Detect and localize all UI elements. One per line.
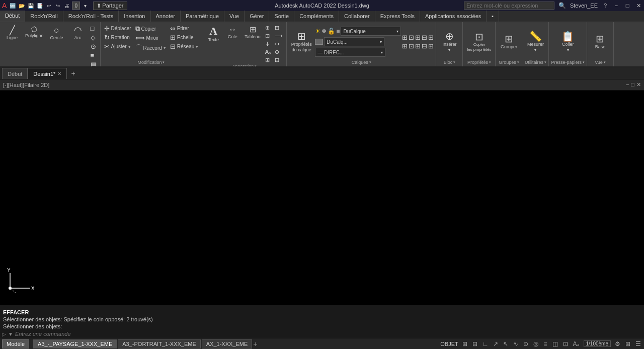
app-icon[interactable]: A (2, 2, 7, 10)
calque-icon10[interactable]: ⊞ (428, 42, 434, 50)
linetype-dropdown[interactable]: — DIREC... ▾ (315, 48, 385, 57)
saveas-btn[interactable]: 📑 (36, 2, 44, 10)
calque-icon1[interactable]: ⊞ (402, 34, 408, 41)
calque-icon9[interactable]: ⊟ (422, 42, 427, 50)
vp-minimize-btn[interactable]: − (626, 81, 629, 88)
doc-tab-debut[interactable]: Début (2, 68, 28, 79)
ortho-icon[interactable]: ∟ (481, 340, 490, 347)
hatch-button[interactable]: ≡ (89, 51, 98, 60)
dynamic-icon[interactable]: ◎ (532, 340, 539, 347)
util-group-label[interactable]: Utilitaires▾ (524, 59, 546, 66)
tab-gerer[interactable]: Gérer (245, 11, 269, 22)
centmark-button[interactable]: ⊕ (273, 48, 284, 56)
texte-button[interactable]: A Texte (204, 24, 222, 44)
tableau-button[interactable]: ⊞ Tableau (243, 24, 263, 41)
layer-color-icon[interactable]: ■ (336, 28, 340, 35)
tolerances-button[interactable]: ⊡ (264, 32, 272, 40)
annotscale-icon[interactable]: Aₐ (572, 340, 581, 347)
tab-complements[interactable]: Compléments (294, 11, 339, 22)
add-layout-btn[interactable]: + (253, 340, 257, 348)
copier-prop-button[interactable]: ⊡ Copierles propriétés (465, 30, 493, 53)
lineweight-icon[interactable]: ≡ (542, 340, 548, 347)
losange-button[interactable]: ◇ (89, 33, 98, 42)
calque-icon5[interactable]: ⊞ (428, 34, 434, 41)
layout-tab-2[interactable]: A3_-PORTRAIT_1-XXX_EME (118, 339, 201, 348)
arc-button[interactable]: ◠ Arc (68, 24, 88, 42)
new-btn[interactable]: 🆕 (9, 2, 17, 10)
tab-sortie[interactable]: Sortie (269, 11, 294, 22)
tab-vue[interactable]: Vue (224, 11, 245, 22)
doc-tab-new[interactable]: + (67, 68, 79, 79)
calque-icon8[interactable]: ⊞ (415, 42, 421, 50)
mark-button[interactable]: ↦ (273, 40, 284, 48)
vp-close-btn[interactable]: ✕ (636, 81, 641, 88)
search-icon[interactable]: 🔍 (558, 2, 566, 9)
echelle-button[interactable]: ⊞ Echelle (169, 33, 200, 42)
calque-icon7[interactable]: ⊡ (409, 42, 414, 50)
calque-group-label[interactable]: Calques▾ (289, 59, 434, 66)
fullscreen-icon[interactable]: ⊞ (624, 340, 631, 347)
canvas-area[interactable]: Y X × (0, 91, 644, 305)
tab-collaborer[interactable]: Collaborer (339, 11, 375, 22)
model-tab[interactable]: Modèle (2, 339, 29, 348)
doc-tab-dessin1[interactable]: Dessin1* ✕ (28, 68, 67, 79)
ajuster-button[interactable]: ✂ Ajuster ▾ (103, 42, 133, 51)
tab-debut[interactable]: Début (0, 11, 25, 22)
polar-icon[interactable]: ↗ (492, 340, 499, 347)
workspace-icon[interactable]: ⚙ (614, 340, 621, 347)
etirer-button[interactable]: ⇔ Etirer (169, 24, 200, 33)
cote-button[interactable]: ↔ Cote (223, 24, 242, 41)
tab-insertion[interactable]: Insertion (119, 11, 150, 22)
inserer-button[interactable]: ⊕ Insérer ▾ (438, 30, 460, 54)
deplacer-button[interactable]: ✛ Déplacer (103, 24, 133, 33)
search-input[interactable] (464, 2, 554, 10)
style-cote-button[interactable]: ⊞ (264, 56, 272, 64)
grouper-button[interactable]: ⊞ Grouper (498, 32, 520, 51)
raccord-button[interactable]: ⌒ Raccord ▾ (134, 43, 168, 53)
save-btn[interactable]: 💾 (27, 2, 35, 10)
osnap-track-icon[interactable]: ∿ (512, 340, 519, 347)
osnap-icon[interactable]: ⊙ (522, 340, 529, 347)
transparency-icon[interactable]: ◫ (551, 340, 559, 347)
doc-tab-close-icon[interactable]: ✕ (57, 71, 61, 76)
select-icon[interactable]: ⊡ (562, 340, 569, 347)
modif-group-label[interactable]: Modification▾ (103, 59, 200, 66)
isoplane-icon[interactable]: ↖ (502, 340, 509, 347)
vp-restore-btn[interactable]: □ (631, 81, 634, 88)
workspace-btn[interactable]: ▾ (81, 2, 89, 10)
tab-annoter[interactable]: Annoter (151, 11, 181, 22)
redo-btn[interactable]: ↪ (54, 2, 62, 10)
layer-lock-icon[interactable]: 🔓 (328, 28, 335, 35)
calque-icon2[interactable]: ⊡ (409, 34, 414, 41)
restore-btn[interactable]: □ (624, 2, 631, 9)
minimize-btn[interactable]: − (613, 2, 620, 9)
multileader-button[interactable]: ⟶ (273, 32, 284, 40)
tab-extra[interactable]: ▪ (487, 11, 499, 22)
plan-button[interactable]: ↧ (264, 40, 272, 48)
command-input[interactable] (15, 331, 642, 337)
grid-icon[interactable]: ⊞ (461, 340, 468, 347)
tab-rocknroll-tests[interactable]: Rock'n'Roll - Tests (63, 11, 119, 22)
polyligne-button[interactable]: ⬠ Polyligne (23, 24, 46, 40)
help-btn[interactable]: ? (602, 2, 609, 9)
tab-appli[interactable]: Applications associées (420, 11, 487, 22)
layer-freeze-icon[interactable]: ❄ (321, 28, 327, 35)
layer-sun-icon[interactable]: ☀ (315, 28, 320, 35)
close-btn[interactable]: ✕ (635, 2, 642, 9)
calque-icon4[interactable]: ⊟ (422, 34, 427, 41)
color-dropdown[interactable]: DuCalq... ▾ (324, 37, 384, 46)
miroir-button[interactable]: ⟺ Miroir (134, 34, 168, 42)
prop-calque-button[interactable]: ⊞ Propriétésdu calque (289, 30, 314, 54)
layout-tab-1[interactable]: A3_-_PAYSAGE_1-XXX_EME (33, 339, 117, 348)
bloc-group-label[interactable]: Bloc▾ (438, 59, 460, 66)
tab-parametrique[interactable]: Paramétrique (181, 11, 224, 22)
share-button[interactable]: ⬆ Partager (93, 2, 127, 10)
vue-group-label[interactable]: Vue▾ (589, 59, 611, 66)
coller-button[interactable]: 📋 Coller ▾ (557, 30, 579, 54)
calque-icon6[interactable]: ⊞ (402, 42, 408, 50)
tab-express[interactable]: Express Tools (375, 11, 420, 22)
table-button[interactable]: ⊞ (273, 24, 284, 32)
color-swatch[interactable] (315, 39, 323, 45)
gradient-button[interactable]: ▤ (89, 60, 98, 67)
zoom-level[interactable]: 1/100ème (584, 340, 611, 347)
